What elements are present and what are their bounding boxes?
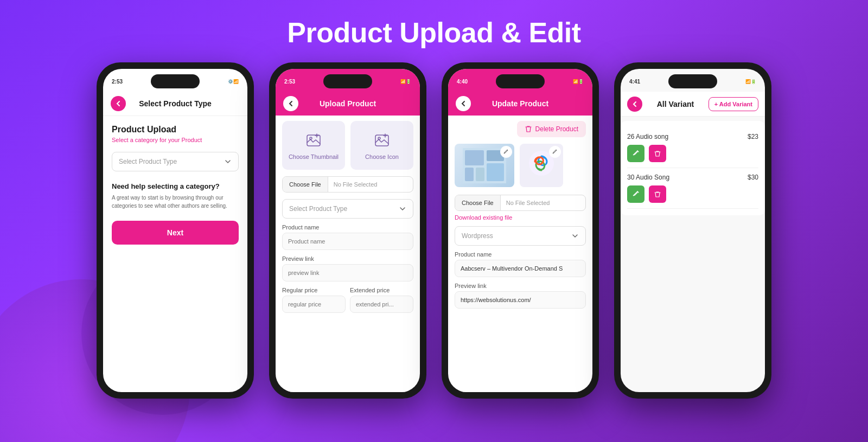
product-icon-image (520, 144, 563, 187)
file-input-row-2: Choose File No File Selected (282, 176, 413, 193)
phone2-header-title: Upload Product (305, 99, 391, 108)
status-icons-2: 📶🔋 (400, 79, 411, 84)
preview-link-input-3[interactable] (455, 291, 586, 309)
no-file-selected-2: No File Selected (328, 177, 383, 192)
variant-actions-1 (627, 145, 758, 162)
trash-icon-1 (654, 150, 661, 157)
chevron-left-icon-3 (460, 100, 467, 107)
trash-icon-2 (654, 190, 661, 198)
edit-icon-2 (632, 190, 640, 198)
phone-3: 4:40 📶🔋 Update Product (442, 62, 599, 399)
svg-rect-6 (465, 168, 474, 181)
chevron-left-icon-4 (631, 101, 638, 107)
product-type-dropdown-2[interactable]: Select Product Type (282, 199, 413, 219)
choose-file-button-3[interactable]: Choose File (455, 195, 501, 210)
choose-icon-box[interactable]: Choose Icon (350, 121, 413, 170)
phone-notch-1 (151, 74, 200, 88)
all-variant-title: All Variant (647, 100, 704, 108)
add-variant-button[interactable]: + Add Variant (709, 97, 758, 111)
header-bar-4: All Variant + Add Variant (621, 92, 765, 117)
phone-notch-2 (323, 74, 372, 88)
phone-1: 2:53 ⚙️📶 Select Product Type Product Upl… (97, 62, 254, 399)
phone1-content: Product Upload Select a category for you… (103, 116, 247, 253)
download-existing-link[interactable]: Download existing file (455, 214, 586, 221)
phone3-content: Delete Product (448, 116, 592, 391)
variant-item-2: 30 Audio Song $30 (627, 168, 758, 209)
chevron-down-icon-1 (224, 158, 232, 165)
thumbnail-edit-icon[interactable] (500, 146, 512, 158)
product-name-input[interactable] (282, 233, 413, 250)
product-name-group-3: Product name (455, 251, 586, 277)
status-time-3: 4:40 (457, 79, 468, 85)
variant-edit-button-2[interactable] (627, 185, 644, 203)
back-button-3[interactable] (456, 96, 471, 111)
product-images-row (455, 144, 586, 187)
icon-edit-icon[interactable] (549, 146, 561, 158)
preview-link-label-3: Preview link (455, 283, 586, 289)
header-bar-3: Update Product (448, 92, 592, 116)
chevron-left-icon-2 (288, 100, 294, 107)
status-icons-1: ⚙️📶 (228, 79, 239, 84)
choose-thumbnail-box[interactable]: Choose Thumbnail (282, 121, 345, 170)
status-icons-4: 📶🔋 (745, 79, 756, 84)
phones-container: 2:53 ⚙️📶 Select Product Type Product Upl… (0, 62, 868, 399)
product-name-label: Product name (282, 224, 413, 230)
variant-edit-button-1[interactable] (627, 145, 644, 162)
variant-price-1: $23 (748, 133, 758, 140)
variant-list: 26 Audio song $23 (621, 121, 765, 215)
regular-price-label: Regular price (282, 287, 346, 293)
variant-actions-2 (627, 185, 758, 203)
preview-link-label: Preview link (282, 255, 413, 262)
variant-row-1: 26 Audio song $23 (627, 133, 758, 140)
variant-row-2: 30 Audio Song $30 (627, 174, 758, 181)
status-icons-3: 📶🔋 (573, 79, 584, 84)
back-button-1[interactable] (111, 96, 126, 111)
product-type-dropdown-3[interactable]: Wordpress (455, 226, 586, 246)
delete-btn-row: Delete Product (455, 121, 586, 137)
trash-icon (525, 125, 532, 133)
phone1-screen-heading: Product Upload (112, 125, 239, 134)
choose-thumbnail-label: Choose Thumbnail (289, 153, 339, 160)
no-file-selected-3: No File Selected (501, 195, 556, 210)
phone-notch-4 (668, 74, 717, 88)
product-name-label-3: Product name (455, 251, 586, 258)
price-row: Regular price Extended price (282, 287, 413, 318)
product-name-input-3[interactable] (455, 260, 586, 277)
phone1-screen-subtitle: Select a category for your Product (112, 137, 239, 143)
phone-4: 4:41 📶🔋 All Variant + Add Variant 26 Aud… (614, 62, 771, 399)
preview-link-input[interactable] (282, 264, 413, 281)
svg-rect-7 (476, 168, 484, 181)
extended-price-input[interactable] (350, 296, 413, 313)
variant-delete-button-2[interactable] (649, 185, 666, 203)
status-time-1: 2:53 (112, 79, 123, 85)
variant-delete-button-1[interactable] (649, 145, 666, 162)
back-button-4[interactable] (627, 97, 642, 112)
help-text: A great way to start is by browsing thro… (112, 194, 239, 210)
chevron-down-icon-2 (399, 205, 406, 213)
choose-file-button-2[interactable]: Choose File (283, 177, 328, 192)
choose-icon-label: Choose Icon (365, 153, 399, 160)
regular-price-input[interactable] (282, 296, 346, 313)
next-button[interactable]: Next (112, 221, 239, 245)
regular-price-group: Regular price (282, 287, 346, 313)
status-time-4: 4:41 (629, 79, 640, 85)
delete-product-button[interactable]: Delete Product (517, 121, 586, 137)
preview-link-group: Preview link (282, 255, 413, 281)
product-name-group: Product name (282, 224, 413, 250)
help-section: Need help selecting a category? A great … (112, 182, 239, 210)
back-button-2[interactable] (283, 96, 298, 111)
header-bar-1: Select Product Type (103, 92, 247, 116)
status-time-2: 2:53 (284, 79, 295, 85)
phone3-header-title: Update Product (477, 99, 563, 108)
phone1-header-title: Select Product Type (132, 99, 218, 108)
chevron-down-icon-3 (571, 232, 579, 240)
image-upload-icon (304, 131, 323, 150)
svg-rect-9 (487, 163, 504, 181)
product-type-dropdown-1[interactable]: Select Product Type (112, 152, 239, 171)
variant-item-1: 26 Audio song $23 (627, 127, 758, 168)
phone2-footer: Upload Product (276, 391, 420, 392)
icon-upload-icon (372, 131, 392, 150)
phone3-footer: Update Product (448, 391, 592, 392)
variant-name-2: 30 Audio Song (627, 174, 669, 181)
dropdown-label-3: Wordpress (462, 232, 493, 240)
